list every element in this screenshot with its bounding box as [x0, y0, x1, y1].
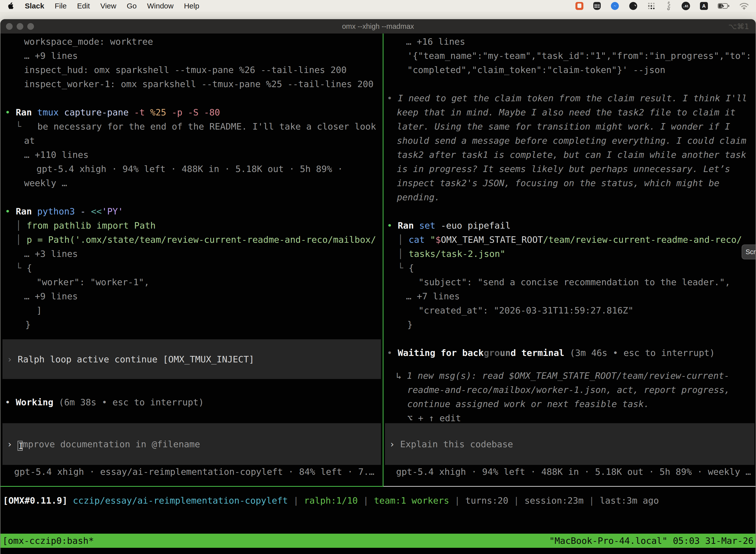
left-prompt-placeholder: › Improve documentation in @filename [2, 437, 385, 451]
terminal-line: workspace_mode: worktree [0, 35, 382, 49]
moon-icon[interactable] [629, 2, 637, 10]
terminal-line [382, 77, 756, 91]
menu-status-icons: ..61 A [575, 1, 749, 10]
left-pane-border [0, 486, 383, 487]
terminal-line: • I need to get the claim token from the… [382, 91, 756, 105]
terminal-line: • Ran python3 - <<'PY' [0, 204, 382, 218]
window-shortcut-badge: ⌥⌘1 [728, 19, 749, 34]
terminal-line: … +3 lines [0, 247, 382, 261]
right-pane-border [383, 486, 756, 487]
terminal-line: readme-and-reco/mailbox/worker-1.json, a… [382, 383, 756, 397]
terminal-line: '{"team_name":"my-team","task_id":"1","f… [382, 49, 756, 63]
terminal-line: "subject": "send a concise recommendatio… [382, 275, 756, 289]
left-prompt-input[interactable]: › Improve documentation in @filename [2, 423, 381, 465]
right-pane-output: … +16 lines'{"team_name":"my-team","task… [382, 35, 756, 360]
input-source-icon[interactable]: A [700, 2, 708, 10]
terminal-line: … +7 lines [382, 289, 756, 303]
terminal-line: inspect task2's JSON, focusing on the st… [382, 176, 756, 190]
terminal-line: at [0, 133, 382, 148]
terminal-line: … +9 lines [0, 49, 382, 63]
terminal-line: "worker": "worker-1", [0, 275, 382, 289]
terminal-line: "completed","claim_token":"claim-token"}… [382, 63, 756, 77]
menu-item-window[interactable]: Window [147, 2, 174, 10]
menu-item-go[interactable]: Go [127, 2, 137, 10]
messenger-icon[interactable] [611, 2, 619, 10]
menu-item-slack[interactable]: Slack [25, 2, 44, 10]
right-model-status-line: gpt-5.4 xhigh · 94% left · 488K in · 5.1… [382, 465, 756, 479]
terminal-line: "created_at": "2026-03-31T11:59:27.816Z" [382, 303, 756, 318]
terminal-line: └ { [382, 261, 756, 275]
terminal-line: … +9 lines [0, 289, 382, 303]
terminal-line: continue assigned work or next feasible … [382, 397, 756, 411]
terminal-line: │ from pathlib import Path [0, 218, 382, 233]
terminal-line: └ be necessary for the end of the README… [0, 119, 382, 133]
terminal-line: inspect_hud: omx sparkshell --tmux-pane … [0, 63, 382, 77]
screen-tooltip: Scre [742, 244, 756, 259]
desktop: { "menu_bar": { "items": ["Slack", "File… [0, 0, 756, 554]
terminal-line: task2 after task1 is complete, but can I… [382, 148, 756, 162]
squiggle-icon[interactable] [665, 1, 672, 10]
window-title: omx --xhigh --madmax [0, 19, 756, 34]
terminal-line: • Waiting for background terminal (3m 46… [382, 346, 756, 360]
screen-record-icon[interactable] [575, 2, 583, 10]
terminal-line: pending. [382, 190, 756, 204]
wifi-icon[interactable] [739, 2, 749, 10]
terminal-line: weekly … [0, 176, 382, 190]
menu-item-view[interactable]: View [100, 2, 116, 10]
terminal-line: gpt-5.4 xhigh · 94% left · 488K in · 5.1… [0, 162, 382, 176]
terminal-line: later. Using the same for transition mig… [382, 119, 756, 133]
screen-tooltip-label: Scre [746, 248, 756, 256]
left-pane-output: workspace_mode: worktree… +9 linesinspec… [0, 35, 382, 332]
menu-item-file[interactable]: File [55, 2, 66, 10]
menu-item-edit[interactable]: Edit [77, 2, 90, 10]
terminal-line: should send a message before completing … [382, 133, 756, 148]
tmux-host-clock-label: "MacBook-Pro-44.local" 05:03 31-Mar-26 [549, 534, 754, 548]
macos-menu-bar: SlackFileEditViewGoWindowHelp [0, 0, 756, 12]
apple-menu-icon[interactable] [7, 2, 14, 10]
terminal-line: │ tasks/task-2.json" [382, 247, 756, 261]
terminal-line: ] [0, 303, 382, 318]
terminal-line: } [0, 318, 382, 332]
terminal-line: … +110 lines [0, 148, 382, 162]
right-prompt-placeholder: › Explain this codebase [385, 437, 756, 451]
terminal-line: • Ran set -euo pipefail [382, 218, 756, 233]
tmux-session-label: [omx-cczip0:bash* [2, 534, 94, 548]
terminal-line: ↳ 1 new msg(s): read $OMX_TEAM_STATE_ROO… [382, 369, 756, 383]
left-model-status-line: gpt-5.4 xhigh · essay/ai-reimplementatio… [0, 465, 396, 479]
terminal-line [382, 332, 756, 346]
terminal-window: omx --xhigh --madmax ⌥⌘1 workspace_mode:… [0, 19, 756, 554]
ralph-loop-line: › Ralph loop active continue [OMX_TMUX_I… [2, 352, 385, 366]
terminal-line [0, 190, 382, 204]
terminal-line [382, 204, 756, 218]
omx-hud-status-line: [OMX#0.11.9] cczip/essay/ai-reimplementa… [0, 493, 756, 508]
usage-badge-label: ..61 [683, 4, 689, 8]
terminal-line: … +16 lines [382, 35, 756, 49]
terminal-body: workspace_mode: worktree… +9 linesinspec… [0, 34, 756, 554]
terminal-line: │ p = Path('.omx/state/team/review-curre… [0, 233, 382, 247]
battery-icon[interactable] [718, 3, 729, 9]
terminal-line [0, 91, 382, 105]
terminal-line: │ cat "$OMX_TEAM_STATE_ROOT/team/review-… [382, 233, 756, 247]
input-source-label: A [702, 3, 706, 9]
right-pane-mailbox-note: ↳ 1 new msg(s): read $OMX_TEAM_STATE_ROO… [382, 369, 756, 425]
ralph-loop-banner: › Ralph loop active continue [OMX_TMUX_I… [2, 339, 381, 379]
menu-items: SlackFileEditViewGoWindowHelp [25, 2, 199, 10]
passwords-icon[interactable] [593, 2, 601, 10]
terminal-line: is in progress? It seems likely but perh… [382, 162, 756, 176]
tmux-status-bar: [omx-cczip0:bash* "MacBook-Pro-44.local"… [0, 534, 756, 548]
grid-icon[interactable] [647, 2, 655, 10]
terminal-line: • Ran tmux capture-pane -t %25 -p -S -80 [0, 105, 382, 119]
terminal-line: └ { [0, 261, 382, 275]
usage-icon[interactable]: ..61 [682, 2, 690, 10]
working-status-line: • Working (6m 38s • esc to interrupt) [0, 395, 387, 409]
right-prompt-input[interactable]: › Explain this codebase [385, 423, 755, 465]
terminal-line: keep that in mind. Maybe I also need the… [382, 105, 756, 119]
terminal-line: inspect_worker-1: omx sparkshell --tmux-… [0, 77, 382, 91]
menu-item-help[interactable]: Help [184, 2, 199, 10]
window-titlebar[interactable]: omx --xhigh --madmax ⌥⌘1 [0, 19, 756, 34]
terminal-line: } [382, 318, 756, 332]
